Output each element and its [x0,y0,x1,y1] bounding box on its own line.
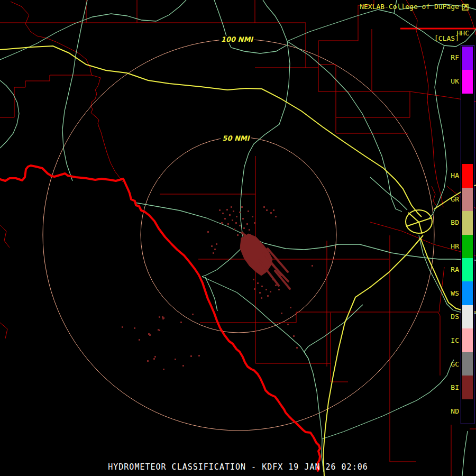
echo-speck [242,218,244,219]
echo-speck [252,216,253,217]
echo-speck [248,210,249,212]
echo-speck [237,234,239,236]
legend-class-swatch [462,328,473,352]
echo-speck [192,314,194,315]
echo-speck [266,209,268,211]
legend-class-swatch [462,305,473,328]
legend-class-swatch [462,117,473,140]
echo-speck [163,317,164,319]
legend-class-label: DS [451,313,459,321]
echo-speck [275,285,277,286]
echo-speck [163,369,164,370]
echo-speck [267,295,269,297]
product-title: HYDROMETEOR CLASSIFICATION - KDFX 19 JAN… [0,463,476,472]
echo-speck [216,243,217,245]
echo-speck [153,358,155,360]
range-ring-label-100nmi: 100 NMI [219,36,254,43]
echo-speck [246,223,248,225]
legend-class-swatch [462,94,473,117]
branding-text: NEXLAB-College of DuPage [360,3,459,11]
echo-speck [227,223,229,225]
legend-class-label: ND [451,407,459,415]
legend-class-label: BI [451,383,459,391]
echo-speck [175,359,176,360]
echo-speck [219,209,221,211]
echo-speck [273,209,274,211]
echo-speck [253,279,254,280]
echo-speck [221,222,223,224]
legend-class-label: GC [451,360,459,368]
echo-speck [235,222,237,224]
echo-speck [134,327,135,329]
echo-speck [214,249,216,250]
county-boundaries-layer [0,0,476,476]
legend-class-swatch [462,399,473,423]
product-mode-label: [CLAS] [434,35,459,42]
legend-class-label: HR [451,242,459,250]
classification-legend [461,45,474,424]
echo-speck [231,206,232,208]
echo-speck [234,228,235,230]
echo-speck [239,212,241,213]
echo-speck [278,289,280,290]
echo-speck [232,219,233,221]
echo-speck [270,291,271,292]
legend-class-swatch [462,235,473,258]
echo-speck [236,216,237,217]
legend-class-swatch [462,258,473,281]
echo-speck [261,297,262,299]
echo-speck [293,335,295,337]
legend-class-label: UK [451,77,459,85]
legend-class-swatch [462,211,473,234]
legend-class-swatch [462,376,473,399]
radar-screen: NEXLAB-College of DuPage HHC [CLAS] 100 … [0,0,476,476]
legend-class-label: RF [451,53,459,61]
legend-class-swatch [462,352,473,376]
echo-core-blob [240,234,272,276]
echo-speck [159,316,160,318]
legend-class-label: HA [451,171,459,179]
echo-speck [250,234,251,236]
legend-class-swatch [462,164,473,187]
echo-speck [154,356,156,358]
echo-speck [290,307,291,308]
major-highways-layer [0,46,476,476]
range-ring-label-50nmi: 50 NMI [221,135,251,142]
legend-class-swatch [462,188,473,211]
legend-class-swatch [462,70,473,93]
echo-speck [261,286,263,287]
echo-speck [233,210,234,212]
echo-speck [254,222,255,224]
echo-speck [180,322,182,323]
legend-class-label: RA [451,266,459,273]
echo-speck [312,265,313,267]
echo-speck [281,313,282,314]
echo-speck [243,227,245,229]
echo-speck [241,232,242,233]
echo-speck [275,216,277,217]
echo-speck [122,326,123,328]
echo-speck [182,365,184,367]
echo-speck [249,229,250,231]
legend-class-swatch [462,281,473,305]
secondary-roads-layer [0,0,476,476]
echo-speck [244,234,246,236]
echo-speck [149,334,151,336]
echo-speck [272,279,274,280]
radar-map-canvas [0,0,476,476]
legend-class-label: BD [451,218,459,226]
echo-speck [190,355,192,357]
echo-speck [254,288,255,290]
legend-class-swatch [462,47,473,70]
echo-speck [296,347,298,349]
legend-color-bar [462,47,473,423]
echo-speck [257,282,259,284]
echo-speck [229,214,231,216]
echo-speck [239,225,241,226]
river-border-layer [0,166,320,471]
legend-class-swatch [462,141,473,164]
cod-arrow-icon [462,4,469,11]
echo-speck [287,324,289,325]
echo-speck [139,339,140,341]
echo-speck [263,206,265,208]
